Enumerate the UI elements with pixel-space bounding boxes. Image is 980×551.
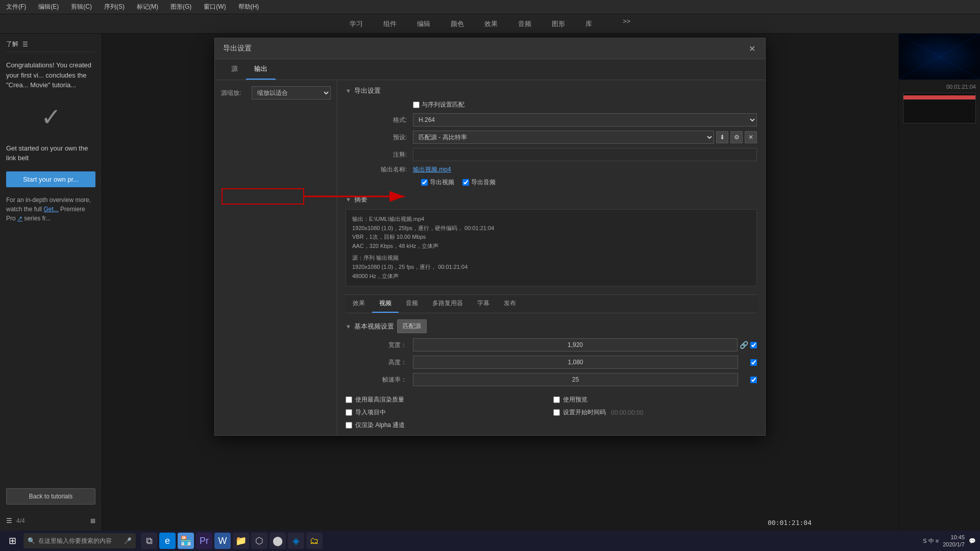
taskbar-search-bar[interactable]: 🔍 在这里输入你要搜索的内容 🎤 bbox=[23, 533, 136, 548]
modal-tab-source[interactable]: 源 bbox=[223, 59, 246, 80]
fps-input[interactable] bbox=[413, 373, 738, 386]
height-input[interactable] bbox=[413, 356, 738, 369]
tab-graphics[interactable]: 图形 bbox=[552, 17, 565, 31]
export-audio-text: 导出音频 bbox=[471, 178, 496, 187]
chrome-icon[interactable]: ⬤ bbox=[270, 533, 286, 549]
svg-rect-33 bbox=[222, 189, 304, 204]
tray-icons: S 中 ≡ bbox=[923, 537, 939, 545]
max-render-label[interactable]: 使用最高渲染质量 bbox=[346, 395, 549, 404]
notes-input[interactable] bbox=[413, 148, 757, 161]
btab-audio[interactable]: 音频 bbox=[399, 295, 425, 313]
match-sequence-row: 与序列设置匹配 bbox=[346, 101, 757, 109]
use-preview-label[interactable]: 使用预览 bbox=[553, 395, 757, 404]
word-icon[interactable]: W bbox=[214, 533, 231, 549]
btab-video[interactable]: 视频 bbox=[372, 295, 399, 313]
preset-settings-button[interactable]: ⚙ bbox=[730, 131, 743, 143]
windows-start-button[interactable]: ⊞ bbox=[4, 533, 20, 549]
summary-line3: AAC，320 Kbps，48 kHz，立体声 bbox=[352, 242, 750, 251]
timecode-small: 00:01:21:04 bbox=[903, 84, 976, 90]
start-project-button[interactable]: Start your own pr... bbox=[6, 171, 95, 187]
tab-edit[interactable]: 编辑 bbox=[417, 17, 430, 31]
get-started-text: Get started on your own the link belt bbox=[6, 143, 95, 163]
render-alpha-checkbox[interactable] bbox=[346, 422, 352, 429]
export-audio-checkbox[interactable] bbox=[462, 179, 469, 186]
match-sequence-checkbox[interactable] bbox=[413, 102, 420, 108]
btab-mux[interactable]: 多路复用器 bbox=[425, 295, 470, 313]
clock-date: 2020/1/7 bbox=[943, 541, 965, 548]
start-time-value: 00:00:00:00 bbox=[611, 409, 643, 416]
tab-more[interactable]: >> bbox=[623, 17, 630, 31]
menu-sequence[interactable]: 序列(S) bbox=[102, 2, 127, 12]
match-sequence-checkbox-label[interactable]: 与序列设置匹配 bbox=[413, 101, 464, 109]
collapse-icon[interactable]: ▼ bbox=[346, 88, 351, 94]
preset-select[interactable]: 匹配源 - 高比特率 bbox=[413, 131, 714, 144]
max-render-checkbox[interactable] bbox=[346, 396, 352, 403]
premiere-icon[interactable]: Pr bbox=[196, 533, 212, 549]
taskview-button[interactable]: ⧉ bbox=[141, 533, 157, 549]
edge-icon[interactable]: e bbox=[159, 533, 176, 549]
save-preset-button[interactable]: ⬇ bbox=[716, 131, 728, 143]
captions-icon: ⊞ bbox=[90, 517, 95, 524]
vscode-icon[interactable]: ◈ bbox=[288, 533, 304, 549]
format-row: 格式: H.264 bbox=[346, 113, 757, 127]
output-name-link[interactable]: 输出视频.mp4 bbox=[413, 165, 451, 174]
set-start-time-label[interactable]: 设置开始时间码 00:00:00:00 bbox=[553, 408, 757, 417]
tab-color[interactable]: 颜色 bbox=[451, 17, 464, 31]
menu-markers[interactable]: 标记(M) bbox=[135, 2, 160, 12]
import-project-label[interactable]: 导入项目中 bbox=[346, 408, 549, 417]
delete-preset-button[interactable]: ✕ bbox=[745, 131, 757, 143]
menu-clip[interactable]: 剪辑(C) bbox=[69, 2, 94, 12]
render-alpha-text: 仅渲染 Alpha 通道 bbox=[355, 421, 405, 430]
export-audio-label[interactable]: 导出音频 bbox=[462, 178, 496, 187]
summary-source-line2: 48000 Hz，立体声 bbox=[352, 272, 750, 281]
height-lock-checkbox[interactable] bbox=[750, 359, 757, 366]
back-to-tutorials-button[interactable]: Back to tutorials bbox=[6, 488, 95, 505]
export-settings-section: ▼ 导出设置 与序列设置匹配 格式: bbox=[346, 86, 757, 187]
export-video-checkbox[interactable] bbox=[421, 179, 428, 186]
btab-captions[interactable]: 字幕 bbox=[470, 295, 497, 313]
video-collapse-icon[interactable]: ▼ bbox=[346, 323, 351, 330]
modal-tab-bar: 源 输出 bbox=[215, 59, 765, 80]
store-icon[interactable]: 🏪 bbox=[178, 533, 194, 549]
folder-icon[interactable]: 📁 bbox=[233, 533, 249, 549]
format-select[interactable]: H.264 bbox=[413, 113, 757, 127]
overview-text: For an in-depth overview more, watch the… bbox=[6, 195, 95, 223]
menu-help[interactable]: 帮助(H) bbox=[236, 2, 261, 12]
width-input[interactable] bbox=[413, 338, 738, 352]
fps-lock-checkbox[interactable] bbox=[750, 377, 757, 383]
panel-menu-icon[interactable]: ☰ bbox=[22, 41, 28, 48]
import-project-checkbox[interactable] bbox=[346, 409, 352, 416]
congrats-text: Congratulations! You created your first … bbox=[6, 60, 95, 90]
modal-tab-output[interactable]: 输出 bbox=[246, 59, 276, 80]
btab-publish[interactable]: 发布 bbox=[497, 295, 523, 313]
menu-window[interactable]: 窗口(W) bbox=[202, 2, 228, 12]
width-row: 宽度： 🔗 bbox=[346, 338, 757, 352]
notification-icon[interactable]: 💬 bbox=[969, 538, 976, 544]
import-project-text: 导入项目中 bbox=[355, 408, 386, 417]
match-source-button[interactable]: 匹配源 bbox=[397, 319, 427, 333]
tab-components[interactable]: 组件 bbox=[383, 17, 397, 31]
tab-effects[interactable]: 效果 bbox=[484, 17, 498, 31]
series-link[interactable]: ↗ bbox=[17, 215, 22, 222]
menu-graphics[interactable]: 图形(G) bbox=[168, 2, 193, 12]
match-sequence-label: 与序列设置匹配 bbox=[422, 101, 464, 109]
tab-learn[interactable]: 学习 bbox=[350, 17, 363, 31]
get-link[interactable]: Get... bbox=[43, 206, 58, 213]
set-start-time-checkbox[interactable] bbox=[553, 409, 560, 416]
video-settings-header: ▼ 基本视频设置 匹配源 bbox=[346, 319, 757, 333]
render-alpha-label[interactable]: 仅渲染 Alpha 通道 bbox=[346, 421, 549, 430]
use-preview-checkbox[interactable] bbox=[553, 396, 560, 403]
menu-file[interactable]: 文件(F) bbox=[4, 2, 28, 12]
source-shrink-select[interactable]: 缩放以适合 bbox=[252, 86, 331, 99]
tab-audio[interactable]: 音频 bbox=[518, 17, 531, 31]
close-button[interactable]: ✕ bbox=[747, 43, 757, 54]
export-settings-modal: 导出设置 ✕ 源 输出 源缩放: 缩放以适合 bbox=[214, 38, 766, 436]
btab-effects[interactable]: 效果 bbox=[346, 295, 372, 313]
app6-icon[interactable]: ⬡ bbox=[251, 533, 267, 549]
tab-library[interactable]: 库 bbox=[585, 17, 592, 31]
export-video-label[interactable]: 导出视频 bbox=[421, 178, 454, 187]
width-lock-checkbox[interactable] bbox=[750, 342, 757, 348]
explorer-icon[interactable]: 🗂 bbox=[306, 533, 323, 549]
microphone-icon[interactable]: 🎤 bbox=[124, 537, 132, 544]
menu-edit[interactable]: 编辑(E) bbox=[36, 2, 61, 12]
